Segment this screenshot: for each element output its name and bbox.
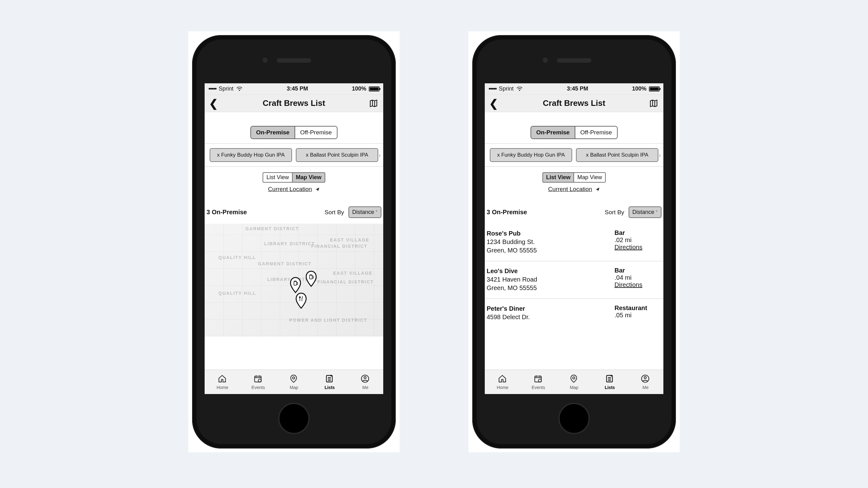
map-district-label: FINANCIAL DISTRICT: [311, 244, 368, 249]
content-area: On-Premise Off-Premise x Funky Buddy Hop…: [485, 112, 663, 369]
tab-map[interactable]: Map: [556, 374, 592, 390]
venue-name: Peter's Diner: [487, 304, 530, 313]
tab-lists[interactable]: Lists: [312, 374, 347, 390]
map-district-label: QUALITY HILL: [218, 291, 256, 296]
tab-label: Me: [362, 385, 368, 390]
tab-me[interactable]: Me: [347, 374, 383, 390]
view-segmented: List View Map View: [262, 172, 325, 183]
home-button[interactable]: [558, 403, 590, 434]
tab-label: Map: [289, 385, 298, 390]
tab-me[interactable]: Me: [628, 374, 663, 390]
venue-distance: .04 mi: [615, 274, 661, 281]
view-location-section: List View Map View Current Location 3 On…: [485, 167, 663, 224]
result-count: 3 On-Premise: [487, 208, 527, 216]
tab-home[interactable]: Home: [205, 374, 240, 390]
venue-row[interactable]: Rose's Pub 1234 Budding St. Green, MO 55…: [485, 224, 663, 261]
premise-section: On-Premise Off-Premise: [205, 112, 383, 144]
lists-icon: [324, 374, 335, 384]
venue-name: Leo's Dive: [487, 267, 537, 275]
phone-speaker: [277, 58, 311, 63]
view-tab-map[interactable]: Map View: [292, 173, 324, 182]
map-toggle-button[interactable]: [648, 99, 659, 108]
tab-bar: Home Events Map Lists Me: [205, 369, 383, 394]
filter-chip[interactable]: x Funky Buddy Hop Gun IPA: [490, 148, 572, 162]
tab-home[interactable]: Home: [485, 374, 521, 390]
venue-distance: .02 mi: [615, 236, 661, 244]
map-district-label: GARMENT DISTRICT: [245, 226, 299, 231]
view-tab-list[interactable]: List View: [263, 173, 292, 182]
carrier-label: Sprint: [499, 86, 514, 92]
home-button[interactable]: [278, 403, 310, 434]
status-time: 3:45 PM: [287, 86, 308, 92]
phone-screen: ••••• Sprint 3:45 PM 100% ❮ Craft Brews …: [485, 83, 663, 394]
more-filters-chevron-icon[interactable]: ›: [659, 152, 661, 159]
map-pin-beer[interactable]: [305, 271, 317, 287]
map-district-label: POWER AND LIGHT DISTRICT: [289, 318, 367, 323]
map-district-label: EAST VILLAGE: [333, 271, 373, 275]
venue-address2: Green, MO 55555: [487, 284, 537, 292]
result-count: 3 On-Premise: [207, 208, 247, 216]
premise-segmented: On-Premise Off-Premise: [530, 126, 618, 139]
premise-tab-off[interactable]: Off-Premise: [575, 127, 617, 138]
current-location-link[interactable]: Current Location: [268, 186, 312, 192]
sort-select[interactable]: Distance: [348, 206, 381, 218]
filter-chip[interactable]: x Ballast Point Sculpin IPA: [296, 148, 378, 162]
map-icon: [288, 374, 300, 384]
venue-distance: .05 mi: [615, 312, 661, 319]
location-arrow-icon: [315, 187, 320, 192]
more-filters-chevron-icon[interactable]: ›: [378, 152, 381, 159]
map-toggle-button[interactable]: [368, 99, 379, 108]
sort-label: Sort By: [605, 209, 624, 216]
battery-icon: [649, 87, 660, 92]
wifi-icon: [516, 87, 523, 91]
map-icon: [568, 374, 580, 384]
battery-label: 100%: [632, 86, 647, 92]
map-district-label: QUALITY HILL: [218, 255, 256, 260]
status-time: 3:45 PM: [567, 86, 588, 92]
tab-label: Map: [570, 385, 578, 390]
device-right: ••••• Sprint 3:45 PM 100% ❮ Craft Brews …: [468, 31, 680, 452]
signal-dots-icon: •••••: [208, 85, 216, 92]
status-bar: ••••• Sprint 3:45 PM 100%: [485, 83, 663, 95]
filter-chip[interactable]: x Funky Buddy Hop Gun IPA: [210, 148, 292, 162]
current-location-link[interactable]: Current Location: [548, 186, 592, 192]
tab-events[interactable]: Events: [240, 374, 276, 390]
home-icon: [497, 374, 508, 384]
back-button[interactable]: ❮: [489, 98, 500, 109]
map-pin-beer[interactable]: [289, 277, 302, 293]
tab-map[interactable]: Map: [276, 374, 312, 390]
premise-tab-on[interactable]: On-Premise: [251, 127, 294, 138]
filter-chip[interactable]: x Ballast Point Sculpin IPA: [576, 148, 658, 162]
view-tab-map[interactable]: Map View: [574, 173, 605, 182]
venue-directions-link[interactable]: Directions: [615, 281, 661, 289]
venue-address2: Green, MO 55555: [487, 246, 537, 255]
premise-segmented: On-Premise Off-Premise: [250, 126, 338, 139]
tab-events[interactable]: Events: [521, 374, 556, 390]
venue-directions-link[interactable]: Directions: [615, 244, 661, 251]
current-location-row: Current Location: [205, 186, 383, 193]
premise-tab-on[interactable]: On-Premise: [531, 127, 575, 138]
home-icon: [217, 374, 228, 384]
sort-label: Sort By: [324, 209, 344, 216]
tab-label: Lists: [605, 385, 615, 390]
map-view[interactable]: GARMENT DISTRICTLIBRARY DISTRICTFINANCIA…: [205, 224, 383, 336]
premise-tab-off[interactable]: Off-Premise: [294, 127, 337, 138]
tab-label: Events: [252, 385, 265, 390]
map-pin-food[interactable]: [295, 293, 307, 309]
tab-bar: Home Events Map Lists Me: [485, 369, 663, 394]
phone-screen: ••••• Sprint 3:45 PM 100% ❮ Craft Brews …: [205, 83, 383, 394]
view-tab-list[interactable]: List View: [543, 173, 574, 182]
status-bar: ••••• Sprint 3:45 PM 100%: [205, 83, 383, 95]
back-button[interactable]: ❮: [209, 98, 220, 109]
tab-label: Home: [217, 385, 228, 390]
sort-select[interactable]: Distance: [629, 206, 661, 218]
venue-row[interactable]: Peter's Diner 4598 Delect Dr. Restaurant…: [485, 299, 663, 328]
venue-row[interactable]: Leo's Dive 3421 Haven Road Green, MO 555…: [485, 261, 663, 299]
map-district-label: GARMENT DISTRICT: [258, 261, 311, 266]
map-district-label: FINANCIAL DISTRICT: [317, 280, 374, 284]
signal-dots-icon: •••••: [489, 85, 496, 92]
filters-section: x Funky Buddy Hop Gun IPA x Ballast Poin…: [205, 144, 383, 167]
me-icon: [360, 374, 371, 384]
tab-lists[interactable]: Lists: [592, 374, 628, 390]
map-district-label: LIBRARY DISTRICT: [264, 241, 315, 246]
